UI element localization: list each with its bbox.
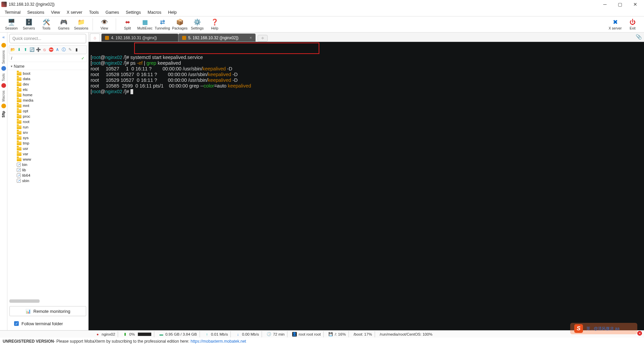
menu-sessions[interactable]: Sessions <box>24 9 48 15</box>
maximize-button[interactable]: ▢ <box>612 0 628 8</box>
delete-icon[interactable]: ⦸ <box>42 47 47 52</box>
terminal-icon[interactable]: ▮ <box>74 47 79 52</box>
file-name: usr <box>23 147 28 151</box>
menu-x-server[interactable]: X server <box>63 9 86 15</box>
rename-icon[interactable]: Ａ <box>55 47 60 52</box>
vtab-sftp[interactable]: Sftp <box>2 109 5 119</box>
new-tab-button[interactable]: ✧ <box>258 35 268 42</box>
minimize-button[interactable]: ─ <box>597 0 612 8</box>
file-tree-header[interactable]: ▾ Name <box>7 63 88 70</box>
folder-icon <box>17 104 21 108</box>
servers-button[interactable]: 🗄️Servers <box>20 17 38 32</box>
stop-icon[interactable]: ⛔ <box>48 47 54 52</box>
tab-close-icon[interactable]: × <box>250 36 252 40</box>
split-button[interactable]: ⬌Split <box>119 17 136 32</box>
upload-icon[interactable]: ⬆ <box>23 47 28 52</box>
refresh-icon[interactable]: 🔄 <box>29 47 35 52</box>
file-name: proc <box>23 114 30 118</box>
file-item[interactable]: ↗bin <box>7 162 88 167</box>
sftp-path[interactable]: / ✓ <box>9 55 87 62</box>
file-name: root <box>23 120 30 124</box>
menu-help[interactable]: Help <box>165 9 180 15</box>
file-item[interactable]: www <box>7 157 88 162</box>
menu-games[interactable]: Games <box>102 9 122 15</box>
file-item[interactable]: ↗lib64 <box>7 173 88 178</box>
terminal[interactable]: [root@nginx02 /]# systemctl start keepal… <box>89 42 644 330</box>
sftp-panel: Quick connect... 📂⬇⬆🔄➕⦸⛔Ａⓘ✎▮ / ✓ ▾ Name … <box>7 33 89 330</box>
file-name: var <box>23 152 28 156</box>
tools-icon: 🛠️ <box>43 18 50 26</box>
newfolder-icon[interactable]: ➕ <box>36 47 41 52</box>
menu-terminal[interactable]: Terminal <box>1 9 24 15</box>
games-button[interactable]: 🎮Games <box>55 17 72 32</box>
notification-dot-icon[interactable]: ✕ <box>637 331 642 336</box>
menu-macros[interactable]: Macros <box>144 9 165 15</box>
file-item[interactable]: data <box>7 76 88 81</box>
xserver-button[interactable]: ✖X server <box>606 17 624 32</box>
follow-terminal-toggle[interactable]: ✓ Follow terminal folder <box>9 319 86 328</box>
multiexec-button[interactable]: ▦MultiExec <box>136 17 154 32</box>
file-item[interactable]: media <box>7 98 88 103</box>
footer-link[interactable]: https://mobaxterm.mobatek.net <box>191 339 246 344</box>
file-tree[interactable]: bootdatadevetchomemediamntoptprocrootrun… <box>7 70 88 298</box>
file-item[interactable]: dev <box>7 81 88 87</box>
edit-icon[interactable]: ✎ <box>67 47 73 52</box>
collapse-sidebar-icon[interactable]: « <box>2 35 5 40</box>
file-item[interactable]: proc <box>7 114 88 119</box>
session-tab-4[interactable]: 4. 192.168.10.31 ([nginx]) <box>101 34 178 42</box>
file-item[interactable]: root <box>7 119 88 124</box>
file-name: tmp <box>23 141 29 145</box>
file-item[interactable]: tmp <box>7 140 88 146</box>
home-tab[interactable]: ⌂ <box>90 34 100 42</box>
help-button[interactable]: ❓Help <box>206 17 223 32</box>
remote-monitoring-button[interactable]: 📊 Remote monitoring <box>9 306 86 316</box>
path-ok-icon: ✓ <box>81 56 85 61</box>
file-item[interactable]: opt <box>7 108 88 114</box>
vtab-tools[interactable]: Tools <box>2 71 5 83</box>
tools-button[interactable]: 🛠️Tools <box>38 17 55 32</box>
perms-icon[interactable]: ⓘ <box>61 47 66 52</box>
file-item[interactable]: sys <box>7 135 88 140</box>
watermark-text: 英 , @清风微凉 aa <box>586 326 620 332</box>
file-item[interactable]: run <box>7 124 88 130</box>
vtab-sessions[interactable]: Sessions <box>2 48 5 66</box>
input-method-capsule[interactable]: S 英 , @清风微凉 aa <box>570 323 637 334</box>
quick-connect-input[interactable]: Quick connect... <box>9 34 86 43</box>
folder-icon <box>17 131 21 134</box>
sessions-button[interactable]: 📁Sessions <box>72 17 90 32</box>
file-item[interactable]: boot <box>7 71 88 76</box>
view-button[interactable]: 👁️View <box>96 17 113 32</box>
folder-up-icon[interactable]: 📂 <box>10 47 15 52</box>
file-name: bin <box>22 163 27 167</box>
exit-button[interactable]: ⏻Exit <box>624 17 641 32</box>
file-item[interactable]: var <box>7 151 88 157</box>
footer-text: - Please support MobaXterm by subscribin… <box>54 339 190 344</box>
horizontal-scrollbar[interactable] <box>9 299 40 303</box>
download-icon[interactable]: ⬇ <box>16 47 22 52</box>
file-item[interactable]: ↗lib <box>7 167 88 173</box>
tunneling-button[interactable]: ⇄Tunneling <box>154 17 171 32</box>
menu-tools[interactable]: Tools <box>86 9 102 15</box>
folder-icon <box>17 125 21 129</box>
file-item[interactable]: srv <box>7 130 88 135</box>
file-item[interactable]: mnt <box>7 103 88 108</box>
paperclip-icon[interactable]: 📎 <box>636 34 642 40</box>
settings-button[interactable]: ⚙️Settings <box>189 17 206 32</box>
status-disk-media: /run/media/root/CentOS: 100% <box>377 331 435 337</box>
vtab-macros[interactable]: Macros <box>2 89 5 104</box>
file-item[interactable]: etc <box>7 87 88 92</box>
file-name: home <box>23 93 33 97</box>
file-item[interactable]: ↗sbin <box>7 178 88 183</box>
menu-view[interactable]: View <box>48 9 63 15</box>
packages-button[interactable]: 📦Packages <box>171 17 189 32</box>
close-button[interactable]: ✕ <box>628 0 643 8</box>
vtab-icon <box>1 104 6 108</box>
folder-icon <box>17 136 21 140</box>
file-item[interactable]: usr <box>7 146 88 151</box>
session-tab-5[interactable]: 5. 192.168.10.32 ([nginx02]) × <box>178 34 256 42</box>
file-item[interactable]: home <box>7 92 88 98</box>
session-button[interactable]: 🖥️Session <box>3 17 20 32</box>
tree-expand-icon[interactable]: ▾ <box>11 64 12 68</box>
folder-icon <box>17 109 21 113</box>
menu-settings[interactable]: Settings <box>122 9 144 15</box>
